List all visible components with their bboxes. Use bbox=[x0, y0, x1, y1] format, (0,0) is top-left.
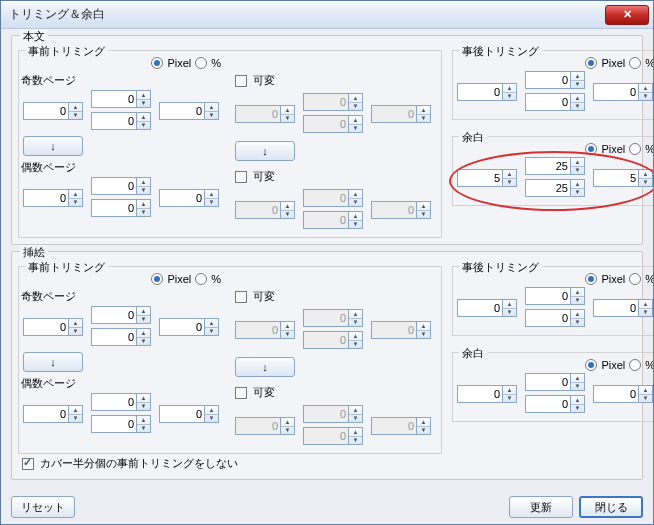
close-button[interactable]: 閉じる bbox=[579, 496, 643, 518]
illust-pre-copy-odd-even[interactable]: ↓ bbox=[23, 352, 83, 372]
illust-pre-var1-check[interactable] bbox=[235, 291, 247, 303]
body-pre-odd-label: 奇数ページ bbox=[21, 73, 225, 88]
body-pre-var2-cross: ▲▼ ▲▼ ▲▼ ▲▼ bbox=[235, 189, 437, 231]
illust-pre-odd-bottom[interactable]: ▲▼ bbox=[91, 328, 151, 346]
body-margin-cross: ▲▼ ▲▼ ▲▼ ▲▼ bbox=[457, 157, 654, 199]
body-pre-var1-cross: ▲▼ ▲▼ ▲▼ ▲▼ bbox=[235, 93, 437, 135]
body-margin-bottom[interactable]: ▲▼ bbox=[525, 179, 585, 197]
window-title: トリミング＆余白 bbox=[5, 6, 605, 23]
illust-pre-even-bottom[interactable]: ▲▼ bbox=[91, 415, 151, 433]
illust-pre-even-top[interactable]: ▲▼ bbox=[91, 393, 151, 411]
body-pre-even-left[interactable]: ▲▼ bbox=[23, 189, 83, 207]
body-pre-label: 事前トリミング bbox=[25, 44, 108, 59]
body-margin-group: 余白 Pixel % ▲▼ ▲▼ ▲▼ ▲▼ bbox=[452, 136, 654, 206]
illust-margin-bottom[interactable]: ▲▼ bbox=[525, 395, 585, 413]
body-post-bottom[interactable]: ▲▼ bbox=[525, 93, 585, 111]
illust-margin-unit-percent[interactable] bbox=[629, 359, 641, 371]
illust-pre-var2-check[interactable] bbox=[235, 387, 247, 399]
illust-post-label: 事後トリミング bbox=[459, 260, 542, 275]
body-pre-var2-top[interactable]: ▲▼ bbox=[303, 189, 363, 207]
illust-pre-even-left[interactable]: ▲▼ bbox=[23, 405, 83, 423]
illust-pre-unit-pixel[interactable] bbox=[151, 273, 163, 285]
body-post-unit-percent[interactable] bbox=[629, 57, 641, 69]
window-close-button[interactable]: ✕ bbox=[605, 5, 649, 25]
body-pre-unit-percent[interactable] bbox=[195, 57, 207, 69]
illust-pre-var2-bottom[interactable]: ▲▼ bbox=[303, 427, 363, 445]
body-pre-var1-bottom[interactable]: ▲▼ bbox=[303, 115, 363, 133]
group-body-label: 本文 bbox=[20, 29, 48, 44]
illust-pre-var2-top[interactable]: ▲▼ bbox=[303, 405, 363, 423]
body-post-right[interactable]: ▲▼ bbox=[593, 83, 653, 101]
illust-pre-odd-top[interactable]: ▲▼ bbox=[91, 306, 151, 324]
illust-margin-group: 余白 Pixel % ▲▼ ▲▼ ▲▼ ▲▼ bbox=[452, 352, 654, 422]
update-button[interactable]: 更新 bbox=[509, 496, 573, 518]
body-pre-var2-left[interactable]: ▲▼ bbox=[235, 201, 295, 219]
group-illust: 挿絵 事前トリミング Pixel % 奇数ページ ▲▼ ▲▼ ▲▼ ▲▼ bbox=[11, 251, 643, 480]
body-margin-unit-pixel[interactable] bbox=[585, 143, 597, 155]
group-illust-label: 挿絵 bbox=[20, 245, 48, 260]
illust-pre-unit-percent[interactable] bbox=[195, 273, 207, 285]
illust-pre-var2-left[interactable]: ▲▼ bbox=[235, 417, 295, 435]
illust-pre-copy-var[interactable]: ↓ bbox=[235, 357, 295, 377]
illust-margin-right[interactable]: ▲▼ bbox=[593, 385, 653, 403]
body-pre-copy-var[interactable]: ↓ bbox=[235, 141, 295, 161]
body-pre-odd-left[interactable]: ▲▼ bbox=[23, 102, 83, 120]
illust-margin-unit-pixel[interactable] bbox=[585, 359, 597, 371]
body-pre-even-cross: ▲▼ ▲▼ ▲▼ ▲▼ bbox=[23, 177, 225, 219]
body-pre-odd-bottom[interactable]: ▲▼ bbox=[91, 112, 151, 130]
body-pre-copy-odd-even[interactable]: ↓ bbox=[23, 136, 83, 156]
body-pre-var2-right[interactable]: ▲▼ bbox=[371, 201, 431, 219]
illust-post-bottom[interactable]: ▲▼ bbox=[525, 309, 585, 327]
illust-post-unit-percent[interactable] bbox=[629, 273, 641, 285]
cover-skip-check[interactable] bbox=[22, 458, 34, 470]
group-body: 本文 事前トリミング Pixel % 奇数ページ ▲▼ ▲▼ ▲▼ ▲▼ bbox=[11, 35, 643, 245]
illust-pre-group: 事前トリミング Pixel % 奇数ページ ▲▼ ▲▼ ▲▼ ▲▼ ↓ 偶数 bbox=[18, 266, 442, 454]
reset-button[interactable]: リセット bbox=[11, 496, 75, 518]
illust-pre-var1-right[interactable]: ▲▼ bbox=[371, 321, 431, 339]
illust-post-unit-pixel[interactable] bbox=[585, 273, 597, 285]
body-pre-odd-top[interactable]: ▲▼ bbox=[91, 90, 151, 108]
body-margin-left[interactable]: ▲▼ bbox=[457, 169, 517, 187]
illust-pre-even-label: 偶数ページ bbox=[21, 376, 225, 391]
illust-post-top[interactable]: ▲▼ bbox=[525, 287, 585, 305]
body-pre-even-top[interactable]: ▲▼ bbox=[91, 177, 151, 195]
illust-pre-label: 事前トリミング bbox=[25, 260, 108, 275]
body-pre-unit-pixel[interactable] bbox=[151, 57, 163, 69]
illust-pre-var2-right[interactable]: ▲▼ bbox=[371, 417, 431, 435]
illust-pre-even-right[interactable]: ▲▼ bbox=[159, 405, 219, 423]
body-post-cross: ▲▼ ▲▼ ▲▼ ▲▼ bbox=[457, 71, 654, 113]
body-pre-group: 事前トリミング Pixel % 奇数ページ ▲▼ ▲▼ ▲▼ ▲▼ ↓ 偶数 bbox=[18, 50, 442, 238]
body-margin-unit-percent[interactable] bbox=[629, 143, 641, 155]
body-post-left[interactable]: ▲▼ bbox=[457, 83, 517, 101]
body-pre-var1-check[interactable] bbox=[235, 75, 247, 87]
body-post-unit-pixel[interactable] bbox=[585, 57, 597, 69]
body-post-label: 事後トリミング bbox=[459, 44, 542, 59]
body-post-group: 事後トリミング Pixel % ▲▼ ▲▼ ▲▼ ▲▼ bbox=[452, 50, 654, 120]
illust-margin-left[interactable]: ▲▼ bbox=[457, 385, 517, 403]
illust-pre-var1-bottom[interactable]: ▲▼ bbox=[303, 331, 363, 349]
body-pre-odd-cross: ▲▼ ▲▼ ▲▼ ▲▼ bbox=[23, 90, 225, 132]
illust-pre-odd-left[interactable]: ▲▼ bbox=[23, 318, 83, 336]
titlebar: トリミング＆余白 ✕ bbox=[1, 1, 653, 29]
body-pre-var2-bottom[interactable]: ▲▼ bbox=[303, 211, 363, 229]
illust-pre-var1-left[interactable]: ▲▼ bbox=[235, 321, 295, 339]
body-pre-var1-left[interactable]: ▲▼ bbox=[235, 105, 295, 123]
body-margin-right[interactable]: ▲▼ bbox=[593, 169, 653, 187]
illust-pre-odd-right[interactable]: ▲▼ bbox=[159, 318, 219, 336]
body-pre-odd-right[interactable]: ▲▼ bbox=[159, 102, 219, 120]
illust-post-left[interactable]: ▲▼ bbox=[457, 299, 517, 317]
body-margin-label: 余白 bbox=[459, 130, 487, 145]
illust-post-group: 事後トリミング Pixel % ▲▼ ▲▼ ▲▼ ▲▼ bbox=[452, 266, 654, 336]
body-pre-even-bottom[interactable]: ▲▼ bbox=[91, 199, 151, 217]
illust-margin-top[interactable]: ▲▼ bbox=[525, 373, 585, 391]
body-margin-top[interactable]: ▲▼ bbox=[525, 157, 585, 175]
body-post-top[interactable]: ▲▼ bbox=[525, 71, 585, 89]
body-pre-even-right[interactable]: ▲▼ bbox=[159, 189, 219, 207]
body-pre-var1-right[interactable]: ▲▼ bbox=[371, 105, 431, 123]
illust-post-right[interactable]: ▲▼ bbox=[593, 299, 653, 317]
body-pre-var1-top[interactable]: ▲▼ bbox=[303, 93, 363, 111]
cover-skip-label: カバー半分個の事前トリミングをしない bbox=[40, 456, 238, 471]
illust-pre-odd-label: 奇数ページ bbox=[21, 289, 225, 304]
illust-pre-var1-top[interactable]: ▲▼ bbox=[303, 309, 363, 327]
body-pre-var2-check[interactable] bbox=[235, 171, 247, 183]
